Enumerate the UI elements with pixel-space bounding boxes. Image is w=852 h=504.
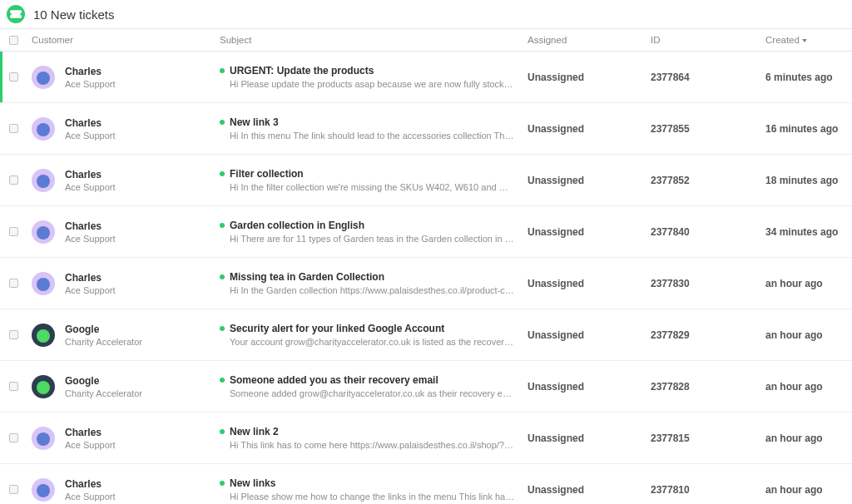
row-checkbox[interactable] — [9, 382, 18, 391]
column-header-created[interactable]: Created — [765, 35, 852, 45]
id-cell: 2377815 — [651, 432, 765, 444]
created-cell: 18 minutes ago — [765, 175, 852, 186]
select-all-cell[interactable] — [0, 36, 27, 45]
customer-cell: Charles Ace Support — [27, 427, 220, 450]
row-checkbox[interactable] — [9, 485, 18, 494]
page-title: 10 New tickets — [33, 7, 115, 22]
customer-name: Charles — [65, 478, 116, 490]
row-checkbox[interactable] — [9, 175, 18, 185]
row-select-cell[interactable] — [0, 485, 27, 494]
row-select-cell[interactable] — [0, 175, 27, 185]
row-checkbox[interactable] — [9, 124, 18, 133]
ticket-row[interactable]: Charles Ace Support New link 2 Hi This l… — [0, 413, 852, 464]
subject-title: URGENT: Update the products — [230, 65, 374, 77]
status-dot-icon — [220, 223, 225, 228]
avatar — [32, 272, 55, 295]
customer-org: Ace Support — [65, 234, 116, 244]
subject-title: Garden collection in English — [230, 220, 364, 231]
id-cell: 2377852 — [651, 175, 765, 186]
customer-cell: Charles Ace Support — [27, 220, 220, 244]
assigned-cell: Unassigned — [528, 123, 651, 135]
row-checkbox[interactable] — [9, 330, 18, 339]
subject-title: Missing tea in Garden Collection — [230, 271, 384, 283]
subject-title: Someone added you as their recovery emai… — [230, 374, 438, 386]
column-header-id[interactable]: ID — [651, 35, 765, 45]
status-dot-icon — [220, 429, 225, 434]
ticket-row[interactable]: Google Charity Accelerator Security aler… — [0, 309, 852, 361]
assigned-cell: Unassigned — [528, 484, 651, 496]
row-select-cell[interactable] — [0, 382, 27, 391]
subject-preview: Your account grow@charityaccelerator.co.… — [230, 337, 516, 347]
ticket-row[interactable]: Charles Ace Support New link 3 Hi In thi… — [0, 103, 852, 155]
subject-preview: Hi Please update the products asap becau… — [230, 79, 516, 89]
subject-preview: Someone added grow@charityaccelerator.co… — [230, 388, 516, 398]
subject-cell: Missing tea in Garden Collection Hi In t… — [220, 271, 528, 295]
customer-name: Charles — [65, 272, 116, 284]
subject-cell: New link 2 Hi This link has to come here… — [220, 426, 528, 450]
assigned-cell: Unassigned — [528, 329, 651, 341]
status-dot-icon — [220, 378, 225, 383]
ticket-row[interactable]: Charles Ace Support URGENT: Update the p… — [0, 52, 852, 103]
row-checkbox[interactable] — [9, 227, 18, 236]
customer-cell: Google Charity Accelerator — [27, 375, 220, 398]
created-cell: 34 minutes ago — [765, 226, 852, 238]
created-cell: an hour ago — [765, 484, 852, 496]
subject-preview: Hi There are for 11 types of Garden teas… — [230, 234, 516, 244]
customer-org: Ace Support — [65, 492, 116, 502]
customer-name: Charles — [65, 427, 116, 438]
avatar — [32, 427, 55, 450]
customer-org: Ace Support — [65, 285, 116, 295]
customer-cell: Charles Ace Support — [27, 272, 220, 295]
ticket-row[interactable]: Charles Ace Support New links Hi Please … — [0, 464, 852, 504]
customer-cell: Charles Ace Support — [27, 66, 220, 89]
subject-title: Security alert for your linked Google Ac… — [230, 323, 444, 334]
customer-name: Charles — [65, 66, 116, 77]
row-checkbox[interactable] — [9, 433, 18, 442]
row-checkbox[interactable] — [9, 279, 18, 288]
assigned-cell: Unassigned — [528, 432, 651, 444]
row-select-cell[interactable] — [0, 330, 27, 339]
created-cell: an hour ago — [765, 329, 852, 341]
row-select-cell[interactable] — [0, 433, 27, 442]
id-cell: 2377830 — [651, 278, 765, 289]
ticket-row[interactable]: Charles Ace Support Missing tea in Garde… — [0, 258, 852, 309]
assigned-cell: Unassigned — [528, 175, 651, 186]
column-header-assigned[interactable]: Assigned — [528, 35, 651, 45]
status-dot-icon — [220, 274, 225, 279]
customer-org: Charity Accelerator — [65, 337, 142, 347]
created-cell: 16 minutes ago — [765, 123, 852, 135]
ticket-row[interactable]: Google Charity Accelerator Someone added… — [0, 361, 852, 413]
select-all-checkbox[interactable] — [9, 36, 18, 45]
ticket-row[interactable]: Charles Ace Support Garden collection in… — [0, 206, 852, 258]
row-select-cell[interactable] — [0, 279, 27, 288]
subject-title: Filter collection — [230, 168, 304, 180]
column-header-row: Customer Subject Assigned ID Created — [0, 28, 852, 52]
assigned-cell: Unassigned — [528, 72, 651, 83]
assigned-cell: Unassigned — [528, 381, 651, 393]
subject-preview: Hi Please show me how to change the link… — [230, 492, 516, 502]
customer-org: Ace Support — [65, 440, 116, 450]
status-dot-icon — [220, 120, 225, 125]
avatar — [32, 478, 55, 502]
avatar — [32, 375, 55, 398]
avatar — [32, 220, 55, 244]
row-select-cell[interactable] — [0, 227, 27, 236]
created-cell: an hour ago — [765, 432, 852, 444]
assigned-cell: Unassigned — [528, 278, 651, 289]
customer-name: Charles — [65, 117, 116, 129]
subject-cell: Filter collection Hi In the filter colle… — [220, 168, 528, 192]
ticket-list: Charles Ace Support URGENT: Update the p… — [0, 52, 852, 504]
row-select-cell[interactable] — [0, 124, 27, 133]
column-header-created-label: Created — [765, 35, 800, 45]
assigned-cell: Unassigned — [528, 226, 651, 238]
ticket-row[interactable]: Charles Ace Support Filter collection Hi… — [0, 155, 852, 206]
ticket-icon — [7, 5, 25, 23]
row-select-cell[interactable] — [0, 72, 27, 82]
subject-title: New link 3 — [230, 116, 279, 128]
subject-preview: Hi This link has to come here https://ww… — [230, 440, 516, 450]
column-header-subject[interactable]: Subject — [220, 35, 528, 45]
row-checkbox[interactable] — [9, 72, 18, 82]
column-header-customer[interactable]: Customer — [27, 35, 220, 45]
subject-cell: Garden collection in English Hi There ar… — [220, 220, 528, 244]
avatar — [32, 324, 55, 347]
